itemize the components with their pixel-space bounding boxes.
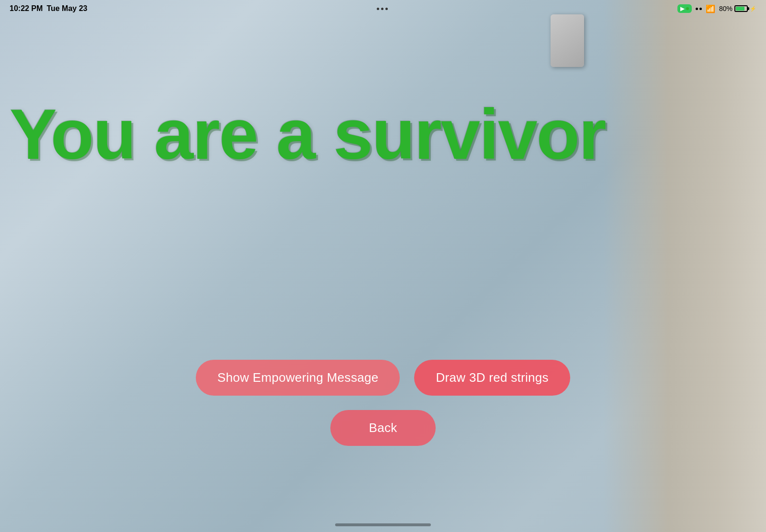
wifi-icon: 📶 bbox=[706, 4, 715, 13]
draw-3d-red-strings-button[interactable]: Draw 3D red strings bbox=[414, 360, 570, 396]
status-center bbox=[377, 8, 388, 10]
back-button[interactable]: Back bbox=[330, 410, 435, 446]
top-buttons-row: Show Empowering Message Draw 3D red stri… bbox=[196, 360, 570, 396]
dot-3 bbox=[385, 8, 388, 10]
time-display: 10:22 PM bbox=[10, 4, 43, 13]
light-switch bbox=[551, 14, 584, 67]
dot-2 bbox=[381, 8, 383, 10]
status-right: ▶ 📶 80% ⚡ bbox=[677, 4, 756, 13]
wall-background bbox=[603, 0, 766, 532]
show-empowering-message-button[interactable]: Show Empowering Message bbox=[196, 360, 400, 396]
dots-menu[interactable] bbox=[377, 8, 388, 10]
home-indicator bbox=[335, 523, 431, 526]
charging-icon: ⚡ bbox=[750, 6, 756, 12]
camera-icon: ▶ bbox=[680, 5, 685, 12]
date-display: Tue May 23 bbox=[46, 4, 87, 13]
signal-dot-2 bbox=[699, 8, 702, 10]
battery-fill bbox=[736, 7, 744, 11]
battery-icon bbox=[734, 5, 748, 12]
camera-dot bbox=[686, 7, 689, 10]
status-left: 10:22 PM Tue May 23 bbox=[10, 4, 87, 13]
ar-text-overlay: You are a survivor bbox=[0, 96, 766, 174]
battery-container: 80% ⚡ bbox=[719, 5, 756, 12]
dot-1 bbox=[377, 8, 379, 10]
signal-indicator bbox=[696, 8, 702, 10]
buttons-container: Show Empowering Message Draw 3D red stri… bbox=[0, 360, 766, 446]
battery-percent: 80% bbox=[719, 5, 732, 12]
camera-active-indicator: ▶ bbox=[677, 4, 692, 13]
survivor-message: You are a survivor bbox=[10, 96, 756, 174]
signal-dot-1 bbox=[696, 8, 698, 10]
status-bar: 10:22 PM Tue May 23 ▶ 📶 80% ⚡ bbox=[0, 0, 766, 17]
